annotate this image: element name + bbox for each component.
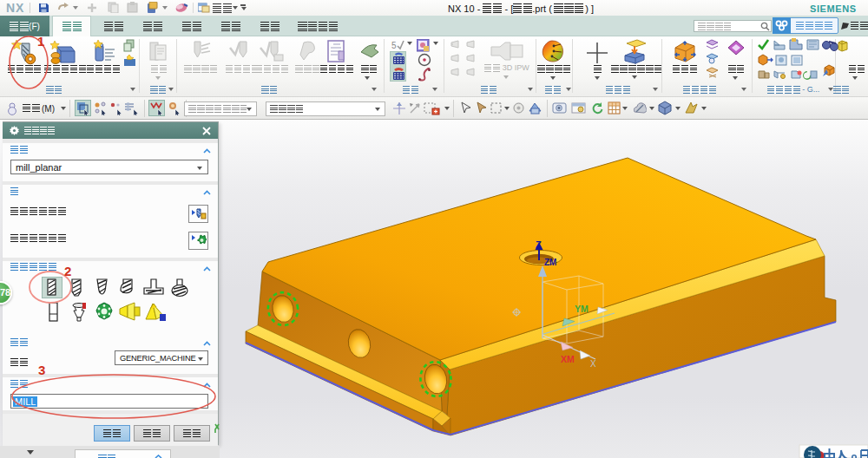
svg-text:5: 5 bbox=[391, 41, 397, 50]
svg-text:X: X bbox=[590, 359, 596, 369]
svg-text:YM: YM bbox=[575, 304, 589, 314]
svg-text:Z: Z bbox=[536, 239, 542, 250]
svg-text:ZM: ZM bbox=[544, 258, 556, 267]
svg-text:XM: XM bbox=[561, 354, 575, 364]
